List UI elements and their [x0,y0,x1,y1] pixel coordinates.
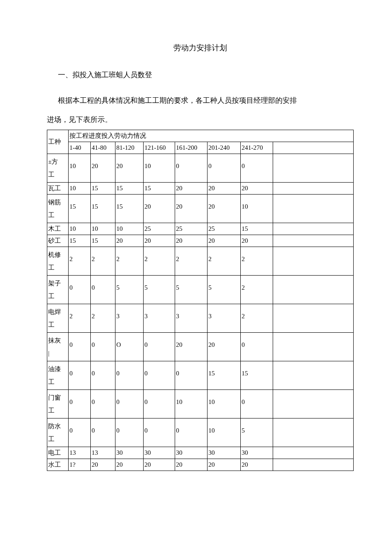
table-cell: 2 [241,304,273,332]
table-cell: 30 [144,447,175,459]
table-cell: 20 [144,459,175,471]
table-cell-empty [273,194,354,223]
table-cell: 0 [91,389,115,418]
table-cell: 5 [144,275,175,304]
table-cell: 10 [69,154,91,182]
table-cell: 15 [91,194,115,223]
table-row-name: ±方工 [47,154,69,182]
table-row-name: 油漆工 [47,361,69,389]
table-cell: 2 [241,275,273,304]
table-cell: 20 [115,235,144,247]
table-cell: 20 [208,459,241,471]
table-cell: 10 [241,194,273,223]
table-cell: 0 [241,154,273,182]
header-period: 81-120 [115,142,144,154]
table-cell: 15 [69,194,91,223]
table-cell: 0 [69,418,91,447]
header-work-type: 工种 [47,130,69,154]
table-cell: 20 [175,182,208,194]
table-cell: 0 [241,389,273,418]
table-cell: 20 [115,154,144,182]
table-cell: 1? [69,459,91,471]
table-cell-empty [273,418,354,447]
table-row-name: 门窗工 [47,389,69,418]
table-cell: 0 [69,275,91,304]
table-cell: 10 [208,418,241,447]
section-heading: 一、拟投入施工班蛆人员数登 [58,70,354,80]
table-cell: 20 [175,332,208,361]
table-cell: 5 [208,275,241,304]
table-cell: 10 [208,389,241,418]
table-cell: 20 [208,235,241,247]
table-cell: 5 [175,275,208,304]
table-cell: 2 [208,247,241,275]
table-cell: 2 [175,247,208,275]
table-cell: 15 [91,182,115,194]
table-cell: 0 [144,389,175,418]
header-period: 161-200 [175,142,208,154]
table-cell: 2 [115,247,144,275]
table-row-name: 机修工 [47,247,69,275]
table-cell: 0 [175,418,208,447]
table-cell: 10 [69,223,91,235]
labor-table-body: 工种按工程进度投入劳动力情况1-4041-8081-120121-160161-… [47,130,354,471]
table-cell: 20 [144,194,175,223]
table-cell: 20 [175,459,208,471]
table-cell: 20 [241,235,273,247]
table-cell: 20 [208,182,241,194]
table-cell: 15 [241,223,273,235]
table-row-name: 砂工 [47,235,69,247]
table-cell: 2 [91,247,115,275]
table-cell: O [115,332,144,361]
header-empty [273,142,354,154]
table-cell: 0 [69,361,91,389]
table-cell-empty [273,332,354,361]
table-cell: 3 [208,304,241,332]
table-cell: 10 [91,223,115,235]
table-cell: 10 [175,389,208,418]
table-cell: 5 [241,418,273,447]
table-cell: 20 [144,235,175,247]
table-cell: 20 [115,459,144,471]
table-cell: 15 [144,182,175,194]
table-cell: 15 [115,182,144,194]
table-cell: 30 [241,447,273,459]
table-row-name: 架子工 [47,275,69,304]
table-cell: 20 [175,235,208,247]
table-row-name: 电工 [47,447,69,459]
intro-paragraph-1: 根据本工程的具体情况和施工工期的要求，各工种人员按项目经理部的安排 [58,93,354,108]
document-page: 劳动力安排计划 一、拟投入施工班蛆人员数登 根据本工程的具体情况和施工工期的要求… [0,0,392,488]
table-cell: 0 [175,154,208,182]
table-cell: 20 [175,194,208,223]
table-cell: 3 [175,304,208,332]
table-cell: 2 [69,247,91,275]
table-cell: 0 [144,332,175,361]
table-cell: 0 [115,361,144,389]
table-cell: 5 [115,275,144,304]
table-cell: 25 [144,223,175,235]
table-cell: 0 [69,389,91,418]
table-cell-empty [273,223,354,235]
table-cell: 15 [69,235,91,247]
table-cell: 25 [175,223,208,235]
table-cell-empty [273,235,354,247]
page-title: 劳动力安排计划 [47,43,354,53]
labor-table: 工种按工程进度投入劳动力情况1-4041-8081-120121-160161-… [47,130,354,471]
intro-paragraph-2: 进场，见下表所示。 [47,112,354,128]
header-period: 241-270 [241,142,273,154]
header-progress: 按工程进度投入劳动力情况 [69,130,354,142]
table-cell: 30 [208,447,241,459]
table-cell: 15 [208,361,241,389]
table-cell: 0 [91,332,115,361]
header-period: 1-40 [69,142,91,154]
table-cell: 0 [91,418,115,447]
table-cell: 15 [241,361,273,389]
table-cell: 0 [144,361,175,389]
table-cell-empty [273,247,354,275]
table-cell: 2 [241,247,273,275]
table-cell: 30 [175,447,208,459]
table-cell: 10 [69,182,91,194]
header-period: 121-160 [144,142,175,154]
table-cell: 0 [69,332,91,361]
table-cell: 0 [175,361,208,389]
